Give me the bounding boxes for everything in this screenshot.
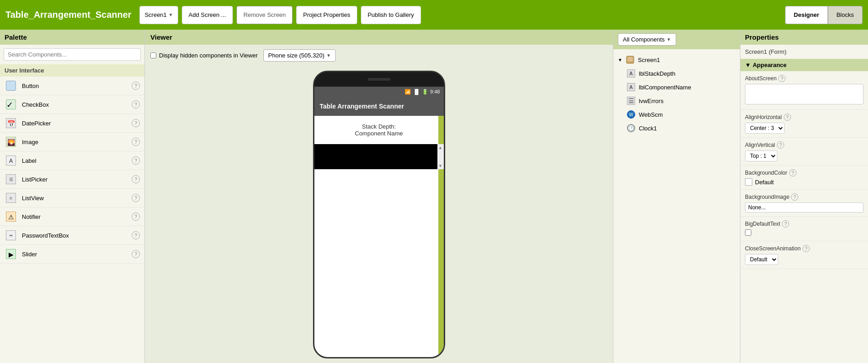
tree-item-clock1[interactable]: 🕐 Clock1 bbox=[622, 121, 740, 135]
big-default-text-label: BigDefaultText bbox=[745, 221, 780, 227]
screen1-label-tree: Screen1 bbox=[638, 57, 660, 63]
big-default-text-prop: BigDefaultText ? bbox=[740, 217, 868, 241]
phone-listview: ▲ ▼ bbox=[314, 144, 444, 169]
palette-item-passwordtextbox[interactable]: •• PasswordTextBox ? bbox=[0, 226, 144, 245]
blocks-mode-button[interactable]: Blocks bbox=[828, 6, 863, 24]
tree-item-webscm[interactable]: W WebScm bbox=[622, 108, 740, 121]
background-image-input[interactable] bbox=[745, 202, 863, 213]
align-horizontal-select[interactable]: Center : 3 bbox=[745, 123, 785, 134]
appearance-label: Appearance bbox=[753, 62, 786, 68]
passwordtextbox-label: PasswordTextBox bbox=[22, 232, 132, 239]
slider-label: Slider bbox=[22, 251, 132, 258]
background-color-help-icon[interactable]: ? bbox=[789, 169, 796, 176]
background-image-prop: BackgroundImage ? bbox=[740, 190, 868, 217]
button-label: Button bbox=[22, 83, 132, 89]
topbar: Table_Arrangement_Scanner Screen1 ▼ Add … bbox=[0, 0, 868, 30]
image-help-icon[interactable]: ? bbox=[132, 138, 140, 146]
close-screen-animation-help-icon[interactable]: ? bbox=[802, 245, 810, 252]
display-hidden-checkbox[interactable] bbox=[150, 52, 156, 58]
datepicker-label: DatePicker bbox=[22, 120, 132, 127]
label-help-icon[interactable]: ? bbox=[132, 156, 140, 165]
tree-item-screen1[interactable]: ▼ Screen1 bbox=[613, 53, 740, 67]
screen1-icon bbox=[625, 55, 635, 65]
background-color-swatch[interactable] bbox=[745, 178, 752, 186]
screen1-dropdown-btn[interactable]: Screen1 ▼ bbox=[139, 6, 178, 24]
mode-buttons: Designer Blocks bbox=[785, 6, 863, 24]
palette-item-checkbox[interactable]: ✓ CheckBox ? bbox=[0, 95, 144, 114]
background-image-label-row: BackgroundImage ? bbox=[745, 193, 863, 201]
align-vertical-help-icon[interactable]: ? bbox=[777, 141, 784, 149]
palette-item-image[interactable]: 🌄 Image ? bbox=[0, 133, 144, 151]
palette-item-listview[interactable]: ≡ ListView ? bbox=[0, 189, 144, 207]
listview-component-icon: ≡ bbox=[5, 192, 17, 204]
time-display: 9:48 bbox=[430, 89, 440, 94]
palette-items: Button ? ✓ CheckBox ? 📅 DatePicker ? 🌄 bbox=[0, 77, 144, 264]
scroll-down-icon[interactable]: ▼ bbox=[438, 163, 443, 168]
datepicker-component-icon: 📅 bbox=[5, 117, 17, 130]
listview-label: ListView bbox=[22, 195, 132, 202]
screen1-expand-icon[interactable]: ▼ bbox=[617, 57, 623, 63]
properties-screen-title: Screen1 (Form) bbox=[740, 45, 868, 59]
phone-size-button[interactable]: Phone size (505,320) ▼ bbox=[263, 49, 336, 62]
palette-item-notifier[interactable]: ⚠ Notifier ? bbox=[0, 207, 144, 226]
listpicker-label: ListPicker bbox=[22, 176, 132, 183]
align-horizontal-label-row: AlignHorizontal ? bbox=[745, 114, 863, 121]
button-help-icon[interactable]: ? bbox=[132, 82, 140, 90]
checkbox-help-icon[interactable]: ? bbox=[132, 100, 140, 109]
tree-item-lblstackdepth[interactable]: A lblStackDepth bbox=[622, 67, 740, 80]
palette-item-button[interactable]: Button ? bbox=[0, 77, 144, 95]
designer-mode-button[interactable]: Designer bbox=[785, 6, 828, 24]
notifier-help-icon[interactable]: ? bbox=[132, 213, 140, 221]
align-horizontal-label: AlignHorizontal bbox=[745, 114, 782, 120]
close-screen-animation-label: CloseScreenAnimation bbox=[745, 245, 801, 252]
palette-item-slider[interactable]: ▶ Slider ? bbox=[0, 245, 144, 264]
components-panel: All Components ▼ ▼ Screen1 A lblStackDep… bbox=[613, 30, 740, 363]
align-vertical-select[interactable]: Top : 1 bbox=[745, 150, 777, 161]
phone-stack-depth-label: Stack Depth: Component Name bbox=[314, 116, 444, 144]
search-input[interactable] bbox=[4, 48, 141, 61]
lblstackdepth-icon: A bbox=[626, 68, 636, 78]
align-horizontal-help-icon[interactable]: ? bbox=[784, 114, 791, 121]
passwordtextbox-help-icon[interactable]: ? bbox=[132, 231, 140, 239]
add-screen-button[interactable]: Add Screen ... bbox=[182, 6, 233, 24]
image-component-icon: 🌄 bbox=[5, 135, 17, 148]
viewer-header: Viewer bbox=[145, 30, 613, 45]
background-image-label: BackgroundImage bbox=[745, 194, 789, 200]
about-screen-input[interactable] bbox=[745, 84, 863, 104]
background-color-value: Default bbox=[755, 179, 774, 186]
appearance-collapse-icon[interactable]: ▼ bbox=[745, 62, 751, 68]
all-components-button[interactable]: All Components ▼ bbox=[618, 33, 676, 46]
components-tree: ▼ Screen1 A lblStackDepth A lblComponent… bbox=[613, 49, 740, 363]
tree-item-lblcomponentname[interactable]: A lblComponentName bbox=[622, 80, 740, 94]
project-properties-button[interactable]: Project Properties bbox=[296, 6, 357, 24]
big-default-text-help-icon[interactable]: ? bbox=[782, 220, 789, 228]
scroll-up-icon[interactable]: ▲ bbox=[438, 145, 443, 150]
background-color-label-row: BackgroundColor ? bbox=[745, 169, 863, 176]
slider-help-icon[interactable]: ? bbox=[132, 250, 140, 258]
tree-item-lvwerrors[interactable]: ☰ lvwErrors bbox=[622, 94, 740, 108]
listview-help-icon[interactable]: ? bbox=[132, 194, 140, 202]
phone-size-chevron-icon: ▼ bbox=[326, 53, 331, 58]
palette-item-listpicker[interactable]: ☰ ListPicker ? bbox=[0, 170, 144, 189]
palette-header: Palette bbox=[0, 30, 144, 45]
publish-to-gallery-button[interactable]: Publish to Gallery bbox=[361, 6, 421, 24]
svg-rect-1 bbox=[627, 57, 633, 62]
close-screen-animation-select[interactable]: Default bbox=[745, 254, 778, 265]
about-screen-help-icon[interactable]: ? bbox=[778, 75, 786, 82]
remove-screen-button[interactable]: Remove Screen bbox=[236, 6, 293, 24]
clock1-label: Clock1 bbox=[639, 125, 657, 132]
align-vertical-label: AlignVertical bbox=[745, 142, 775, 148]
big-default-text-label-row: BigDefaultText ? bbox=[745, 220, 863, 228]
screen1-chevron-icon: ▼ bbox=[169, 12, 173, 17]
lblcomponentname-icon: A bbox=[626, 82, 636, 92]
background-image-help-icon[interactable]: ? bbox=[791, 193, 798, 201]
datepicker-help-icon[interactable]: ? bbox=[132, 119, 140, 127]
palette-item-datepicker[interactable]: 📅 DatePicker ? bbox=[0, 114, 144, 133]
phone-size-label: Phone size (505,320) bbox=[268, 52, 325, 59]
palette-item-label[interactable]: A Label ? bbox=[0, 151, 144, 170]
big-default-text-checkbox[interactable] bbox=[745, 229, 751, 236]
listpicker-help-icon[interactable]: ? bbox=[132, 175, 140, 183]
image-label: Image bbox=[22, 139, 132, 145]
checkbox-component-icon: ✓ bbox=[5, 98, 17, 111]
listview-scrollbar[interactable]: ▲ ▼ bbox=[437, 144, 444, 169]
